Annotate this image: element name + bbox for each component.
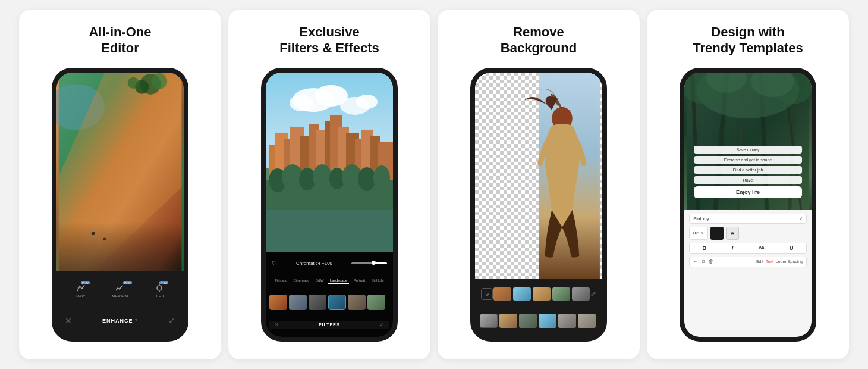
- text-color-picker[interactable]: A: [726, 227, 739, 240]
- filter-thumb-3[interactable]: [309, 295, 326, 310]
- svg-point-4: [151, 73, 167, 89]
- format-row: B I Aa U: [689, 243, 807, 254]
- pro-badge-medium: PRO: [123, 281, 132, 284]
- font-chevron-icon: ∨: [799, 216, 803, 221]
- enhance-medium-label: MEDIUM: [112, 294, 128, 298]
- filters-label: FILTERS: [319, 323, 340, 327]
- enhance-button[interactable]: ENHANCE ?: [102, 318, 138, 324]
- enhance-high-label: HIGH: [155, 294, 165, 298]
- pro-badge-low: PRO: [81, 281, 90, 284]
- font-name-label: Sintony: [693, 216, 709, 221]
- enhance-high[interactable]: PRO HIGH: [154, 283, 165, 298]
- cancel-button[interactable]: ✕: [65, 316, 72, 326]
- enhance-low[interactable]: PRO LOW: [76, 283, 86, 298]
- svg-rect-9: [59, 222, 182, 271]
- template-item-1: Save money: [694, 146, 802, 154]
- copy-icon[interactable]: ⧉: [702, 259, 705, 265]
- edit-icons: ← ⧉ 🗑: [693, 259, 713, 265]
- phone3-controls: ⊘ ⤢ 🖼: [475, 279, 602, 337]
- phone3: ⊘ ⤢ 🖼: [470, 68, 607, 342]
- tab-bw[interactable]: B&W: [314, 277, 326, 284]
- delete-icon[interactable]: 🗑: [709, 259, 713, 265]
- heart-icon[interactable]: ♡: [272, 260, 277, 267]
- bg-image-icon[interactable]: 🖼: [480, 314, 498, 328]
- svg-point-6: [128, 77, 139, 89]
- svg-point-10: [157, 286, 162, 290]
- pro-badge-high: PRO: [159, 281, 168, 284]
- underline-button[interactable]: U: [790, 245, 794, 251]
- back-icon[interactable]: ←: [693, 259, 698, 265]
- phone2-filter-bar: ♡ Chromatic4 +100 Filmatic Cinematic B&W…: [266, 252, 393, 337]
- font-selector[interactable]: Sintony ∨: [689, 214, 807, 224]
- phone4: Save money Exercise and get in shape Fin…: [680, 68, 816, 342]
- bg-thumb-3[interactable]: [533, 287, 551, 301]
- card-allinone: All-in-OneEditor: [19, 10, 221, 359]
- tab-stilllife[interactable]: Still Life: [370, 277, 386, 284]
- phone1-image: [56, 73, 184, 271]
- svg-point-16: [290, 95, 313, 111]
- filter-name-row: ♡ Chromatic4 +100: [269, 260, 389, 267]
- svg-rect-44: [266, 210, 393, 252]
- edit-button[interactable]: Edit: [756, 259, 763, 264]
- enhance-medium[interactable]: PRO MEDIUM: [112, 283, 128, 298]
- template-item-2: Exercise and get in shape: [694, 156, 802, 164]
- cards-container: All-in-OneEditor: [0, 0, 868, 369]
- template-item-highlight: Enjoy life: [694, 186, 802, 198]
- filter-thumb-6[interactable]: [367, 295, 385, 310]
- letter-spacing-button[interactable]: Letter Spacing: [776, 259, 803, 264]
- card1-title: All-in-OneEditor: [89, 23, 151, 57]
- phone2: ♡ Chromatic4 +100 Filmatic Cinematic B&W…: [261, 68, 398, 342]
- enhance-row: PRO LOW PRO MEDIUM: [62, 283, 178, 298]
- bold-button[interactable]: B: [702, 245, 706, 251]
- tab-landscape[interactable]: Landscape: [328, 277, 349, 284]
- font-size-value: 82: [693, 230, 699, 236]
- svg-point-43: [373, 165, 390, 190]
- enhance-high-icon: [154, 283, 165, 293]
- enhance-help-icon: ?: [135, 318, 138, 323]
- bg-image-4[interactable]: [558, 314, 576, 328]
- filters-confirm-button[interactable]: ✓: [379, 321, 385, 329]
- filters-cancel-button[interactable]: ✕: [274, 321, 279, 329]
- filter-tabs: Filmatic Cinematic B&W Landscape Portrai…: [269, 277, 389, 284]
- confirm-button[interactable]: ✓: [168, 316, 175, 326]
- phone4-editor: Sintony ∨ 82 ∨ A B I Aa: [684, 210, 812, 337]
- filter-thumb-5[interactable]: [348, 295, 366, 310]
- phone1: PRO LOW PRO MEDIUM: [52, 68, 188, 342]
- bg-tool-row: ⊘ ⤢: [477, 287, 600, 301]
- filter-thumb-1[interactable]: [269, 295, 287, 310]
- edit-row: ← ⧉ 🗑 Edit Text Letter Spacing: [689, 257, 807, 267]
- tab-filmatic[interactable]: Filmatic: [273, 277, 289, 284]
- edit-text-buttons: Edit Text Letter Spacing: [756, 259, 803, 264]
- bg-thumbnails: [493, 287, 590, 301]
- tab-portrait[interactable]: Portrait: [352, 277, 367, 284]
- text-button[interactable]: Text: [766, 259, 773, 264]
- bg-image-2[interactable]: [519, 314, 537, 328]
- card-filters: ExclusiveFilters & Effects: [228, 10, 430, 359]
- svg-point-18: [356, 95, 378, 109]
- italic-button[interactable]: I: [732, 245, 734, 251]
- bg-remove-icon[interactable]: ⊘: [481, 288, 493, 300]
- bg-image-3[interactable]: [539, 314, 556, 328]
- phone2-btn-row: ✕ FILTERS ✓: [269, 321, 389, 329]
- bg-thumb-4[interactable]: [552, 287, 570, 301]
- font-size-selector[interactable]: 82 ∨: [689, 227, 708, 240]
- bg-thumb-5[interactable]: [572, 287, 590, 301]
- card2-title: ExclusiveFilters & Effects: [279, 23, 379, 57]
- size-button[interactable]: Aa: [759, 245, 764, 251]
- filter-thumb-4[interactable]: [328, 295, 346, 310]
- card-removebg: RemoveBackground: [438, 10, 640, 359]
- bg-image-5[interactable]: [578, 314, 596, 328]
- filter-thumb-2[interactable]: [289, 295, 307, 310]
- size-chevron-icon: ∨: [700, 230, 704, 236]
- bg-thumb-1[interactable]: [493, 287, 511, 301]
- enhance-low-label: LOW: [76, 294, 85, 298]
- color-picker[interactable]: [710, 227, 724, 240]
- tab-cinematic[interactable]: Cinematic: [291, 277, 311, 284]
- enhance-label: ENHANCE: [102, 318, 133, 324]
- bg-expand-icon[interactable]: ⤢: [590, 290, 596, 298]
- bg-thumb-2[interactable]: [513, 287, 531, 301]
- card3-title: RemoveBackground: [501, 23, 577, 57]
- template-item-4: Travel: [694, 176, 802, 184]
- bg-image-1[interactable]: [499, 314, 517, 328]
- enhance-medium-icon: [115, 283, 125, 293]
